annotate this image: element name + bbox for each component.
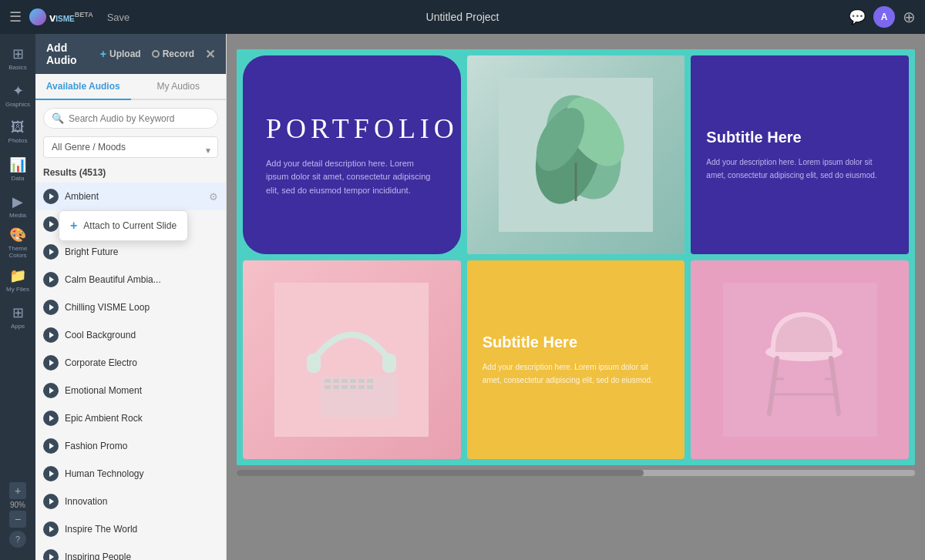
subtitle1-title: Subtitle Here: [706, 129, 893, 146]
audio-item-cool-background[interactable]: Cool Background: [35, 321, 226, 349]
sidebar-item-graphics[interactable]: ✦ Graphics: [2, 77, 33, 112]
play-button-emotional-moment[interactable]: [43, 383, 59, 398]
card-chair-photo[interactable]: [691, 260, 909, 459]
play-button-fashion-promo[interactable]: [43, 438, 59, 454]
attach-label[interactable]: Attach to Current Slide: [83, 220, 177, 231]
plant-svg: [499, 78, 653, 232]
project-title: Untitled Project: [426, 11, 500, 23]
svg-rect-18: [358, 385, 365, 389]
play-button-ambient[interactable]: [43, 189, 59, 204]
headphones-image: [243, 260, 461, 459]
play-button-human-technology[interactable]: [43, 466, 59, 481]
audio-item-bright-future[interactable]: Bright Future: [35, 238, 226, 266]
headphones-svg: [274, 283, 429, 437]
subtitle2-title: Subtitle Here: [483, 334, 670, 351]
sidebar-item-my-files[interactable]: 📁 My Files: [2, 262, 33, 297]
sidebar-item-apps[interactable]: ⊞ Apps: [2, 299, 33, 334]
card-plant-photo[interactable]: [467, 55, 685, 254]
help-button[interactable]: ?: [9, 531, 26, 548]
sidebar-item-data[interactable]: 📊 Data: [2, 151, 33, 186]
main-area: ⊞ Basics ✦ Graphics 🖼 Photos 📊 Data ▶ Me…: [0, 34, 925, 560]
svg-rect-19: [367, 385, 373, 389]
svg-rect-14: [325, 385, 331, 389]
add-audio-panel: Add Audio + Upload Record ✕ Available Au…: [35, 34, 227, 560]
genre-dropdown[interactable]: All Genre / Moods: [43, 136, 218, 158]
audio-name-fashion-promo: Fashion Promo: [65, 441, 218, 451]
record-button[interactable]: Record: [152, 49, 194, 59]
audio-item-chilling-visme[interactable]: Chilling VISME Loop: [35, 293, 226, 321]
audio-item-fashion-promo[interactable]: Fashion Promo: [35, 432, 226, 460]
basics-icon: ⊞: [12, 45, 24, 62]
media-icon: ▶: [12, 193, 23, 210]
play-button-chilling-visme[interactable]: [43, 300, 59, 315]
avatar[interactable]: A: [873, 6, 895, 28]
sidebar-item-media[interactable]: ▶ Media: [2, 188, 33, 223]
svg-rect-12: [358, 379, 365, 383]
play-button-cool-background[interactable]: [43, 327, 59, 343]
audio-item-epic-ambient[interactable]: Epic Ambient Rock: [35, 404, 226, 432]
attach-plus-icon: +: [70, 219, 77, 233]
svg-rect-11: [350, 379, 356, 383]
add-circle-icon[interactable]: ⊕: [903, 8, 916, 26]
audio-name-emotional-moment: Emotional Moment: [65, 385, 218, 396]
play-button-inspire-world[interactable]: [43, 521, 59, 537]
card-headphones-photo[interactable]: [243, 260, 461, 459]
card-subtitle-purple[interactable]: Subtitle Here Add your description here.…: [691, 55, 909, 254]
svg-rect-10: [341, 379, 348, 383]
upload-plus-icon: +: [100, 48, 106, 60]
audio-list: Ambient ⚙ + Attach to Current Slide Beau…: [35, 183, 226, 560]
audio-name-ambient: Ambient: [65, 191, 203, 202]
sidebar-item-basics[interactable]: ⊞ Basics: [2, 40, 33, 75]
close-panel-button[interactable]: ✕: [205, 47, 215, 62]
scrollbar-thumb: [237, 470, 644, 476]
audio-name-inspiring-people: Inspiring People: [65, 552, 218, 560]
tab-my-audios[interactable]: My Audios: [131, 74, 227, 100]
canvas-horizontal-scrollbar[interactable]: [237, 470, 915, 476]
audio-name-chilling-visme: Chilling VISME Loop: [65, 302, 218, 313]
audio-item-corporate-electro[interactable]: Corporate Electro: [35, 349, 226, 377]
play-button-beautiful-underwater[interactable]: [43, 216, 59, 232]
play-button-corporate-electro[interactable]: [43, 355, 59, 371]
audio-item-innovation[interactable]: Innovation: [35, 488, 226, 515]
search-input[interactable]: [69, 113, 210, 124]
icon-sidebar: ⊞ Basics ✦ Graphics 🖼 Photos 📊 Data ▶ Me…: [0, 34, 35, 560]
audio-tabs: Available Audios My Audios: [35, 74, 226, 100]
zoom-in-button[interactable]: +: [9, 482, 26, 499]
play-button-epic-ambient[interactable]: [43, 411, 59, 426]
card-subtitle-yellow[interactable]: Subtitle Here Add your description here.…: [467, 260, 685, 459]
svg-rect-9: [333, 379, 339, 383]
audio-name-inspire-world: Inspire The World: [65, 524, 218, 535]
sidebar-item-photos[interactable]: 🖼 Photos: [2, 114, 33, 149]
zoom-out-button[interactable]: −: [9, 511, 26, 528]
canvas: PORTFOLIO Add your detail description he…: [237, 49, 915, 465]
theme-colors-icon: 🎨: [9, 226, 26, 243]
hamburger-icon[interactable]: ☰: [9, 8, 22, 25]
plant-image: [467, 55, 685, 254]
audio-name-corporate-electro: Corporate Electro: [65, 357, 218, 368]
play-button-bright-future[interactable]: [43, 244, 59, 260]
zoom-control: + 90% −: [9, 482, 26, 528]
genre-dropdown-wrap: All Genre / Moods ▼: [35, 136, 226, 164]
attach-tooltip: + Attach to Current Slide: [59, 210, 188, 241]
audio-item-ambient[interactable]: Ambient ⚙ + Attach to Current Slide: [35, 183, 226, 210]
canvas-area[interactable]: PORTFOLIO Add your detail description he…: [227, 34, 925, 560]
sidebar-item-theme-colors[interactable]: 🎨 Theme Colors: [2, 225, 33, 260]
tab-available-audios[interactable]: Available Audios: [35, 74, 131, 100]
audio-item-human-technology[interactable]: Human Technology: [35, 460, 226, 488]
upload-button[interactable]: + Upload: [100, 48, 141, 60]
save-button[interactable]: Save: [101, 8, 136, 26]
svg-rect-21: [382, 354, 396, 373]
audio-item-inspire-world[interactable]: Inspire The World: [35, 515, 226, 543]
audio-item-calm-beautiful[interactable]: Calm Beautiful Ambia...: [35, 266, 226, 293]
card-portfolio[interactable]: PORTFOLIO Add your detail description he…: [243, 55, 461, 254]
graphics-icon: ✦: [12, 82, 24, 99]
gear-icon-ambient[interactable]: ⚙: [209, 191, 218, 203]
record-dot-icon: [152, 50, 160, 58]
play-button-calm-beautiful[interactable]: [43, 272, 59, 287]
comment-icon[interactable]: 💬: [849, 8, 866, 25]
play-button-innovation[interactable]: [43, 494, 59, 509]
play-button-inspiring-people[interactable]: [43, 549, 59, 560]
audio-item-inspiring-people[interactable]: Inspiring People: [35, 543, 226, 560]
my-files-icon: 📁: [9, 267, 26, 284]
audio-item-emotional-moment[interactable]: Emotional Moment: [35, 377, 226, 404]
